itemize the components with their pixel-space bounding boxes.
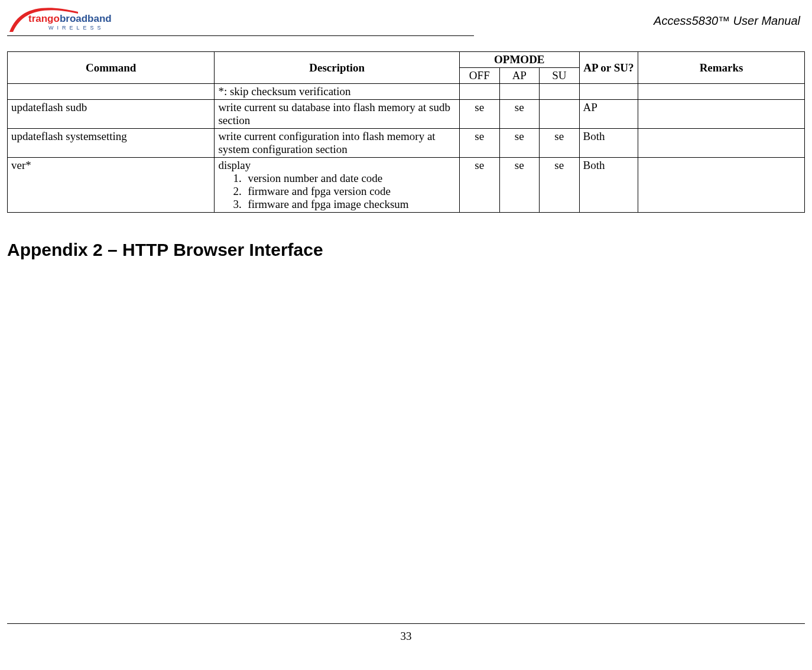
list-item: firmware and fpga image checksum	[244, 198, 456, 211]
logo-brand-1: trango	[28, 13, 60, 24]
cell-ap-or-su: AP	[579, 100, 638, 129]
page-footer: 33	[7, 623, 805, 643]
logo-brand-2: broadband	[60, 13, 112, 24]
table-row: *: skip checksum verification	[8, 84, 805, 100]
th-off: OFF	[460, 68, 500, 84]
logo-text: trangobroadband	[28, 13, 112, 25]
cell-su	[540, 84, 580, 100]
cell-off: se	[460, 100, 500, 129]
cell-description: write current su database into flash mem…	[215, 100, 460, 129]
th-opmode: OPMODE	[460, 52, 580, 68]
logo: trangobroadband WIRELESS	[7, 6, 125, 37]
cell-description: *: skip checksum verification	[215, 84, 460, 100]
page-number: 33	[401, 630, 412, 642]
table-row: updateflash sudb write current su databa…	[8, 100, 805, 129]
cell-remarks	[638, 84, 805, 100]
cell-ap-or-su: Both	[579, 158, 638, 213]
appendix-heading: Appendix 2 – HTTP Browser Interface	[7, 240, 805, 260]
cell-remarks	[638, 158, 805, 213]
cell-su	[540, 100, 580, 129]
cell-description: write current configuration into flash m…	[215, 129, 460, 158]
th-ap: AP	[499, 68, 540, 84]
cell-remarks	[638, 129, 805, 158]
th-su: SU	[540, 68, 580, 84]
logo-subtext: WIRELESS	[48, 25, 105, 31]
command-table: Command Description OPMODE AP or SU? Rem…	[7, 51, 805, 213]
cell-su: se	[540, 129, 580, 158]
cell-ap: se	[499, 158, 540, 213]
cell-command	[8, 84, 215, 100]
table-body: *: skip checksum verification updateflas…	[8, 84, 805, 213]
cell-command: ver*	[8, 158, 215, 213]
cell-su: se	[540, 158, 580, 213]
cell-ap: se	[499, 129, 540, 158]
cell-off: se	[460, 129, 500, 158]
th-ap-or-su: AP or SU?	[579, 52, 638, 84]
cell-description-list: version number and date code firmware an…	[218, 172, 456, 211]
footer-rule	[7, 623, 805, 624]
cell-off	[460, 84, 500, 100]
cell-command: updateflash sudb	[8, 100, 215, 129]
doc-title: Access5830™ User Manual	[654, 14, 800, 28]
th-description: Description	[215, 52, 460, 84]
cell-ap-or-su: Both	[579, 129, 638, 158]
cell-description-lead: display	[218, 159, 251, 171]
page-header: trangobroadband WIRELESS Access5830™ Use…	[7, 0, 805, 36]
cell-ap: se	[499, 100, 540, 129]
cell-off: se	[460, 158, 500, 213]
table-head: Command Description OPMODE AP or SU? Rem…	[8, 52, 805, 84]
table-row: ver* display version number and date cod…	[8, 158, 805, 213]
th-remarks: Remarks	[638, 52, 805, 84]
cell-ap-or-su	[579, 84, 638, 100]
list-item: firmware and fpga version code	[244, 185, 456, 198]
th-command: Command	[8, 52, 215, 84]
cell-remarks	[638, 100, 805, 129]
header-left: trangobroadband WIRELESS	[7, 6, 474, 36]
cell-description: display version number and date code fir…	[215, 158, 460, 213]
table-row: updateflash systemsetting write current …	[8, 129, 805, 158]
page: trangobroadband WIRELESS Access5830™ Use…	[0, 0, 812, 670]
cell-ap	[499, 84, 540, 100]
table-header-row-1: Command Description OPMODE AP or SU? Rem…	[8, 52, 805, 68]
list-item: version number and date code	[244, 172, 456, 185]
cell-command: updateflash systemsetting	[8, 129, 215, 158]
